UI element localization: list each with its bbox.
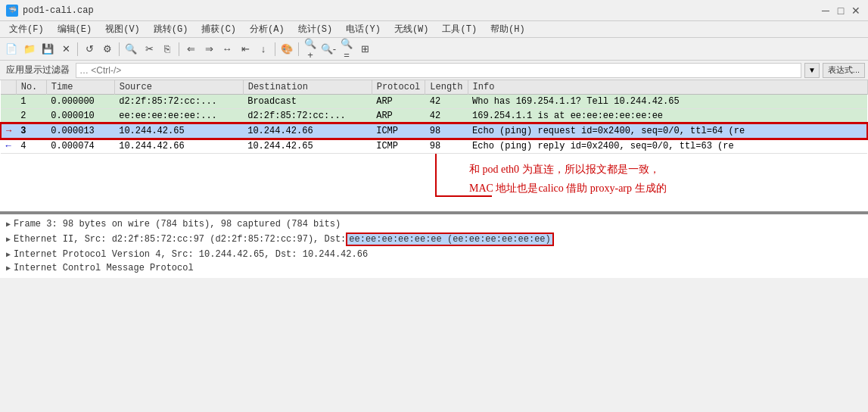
expand-icon-icmp[interactable]: ▶ xyxy=(6,264,11,273)
toolbar-scroll-btn[interactable]: 🔍 xyxy=(123,41,139,58)
toolbar-zoom-out-btn[interactable]: 🔍- xyxy=(320,41,337,58)
expression-button[interactable]: 表达式... xyxy=(823,63,865,78)
toolbar-sep5 xyxy=(298,42,299,56)
toolbar-colorize-btn[interactable]: 🎨 xyxy=(278,41,295,58)
col-info: Info xyxy=(468,80,867,95)
table-row[interactable]: ← 4 0.000074 10.244.42.66 10.244.42.65 I… xyxy=(1,139,867,154)
menu-goto[interactable]: 跳转(G) xyxy=(148,21,194,37)
table-row[interactable]: 2 0.000010 ee:ee:ee:ee:ee:... d2:2f:85:7… xyxy=(1,109,867,124)
row-source: 10.244.42.65 xyxy=(114,123,243,139)
toolbar-reload-btn[interactable]: ↺ xyxy=(81,41,98,58)
row-time: 0.000010 xyxy=(46,109,114,124)
detail-row-ethernet[interactable]: ▶ Ethernet II, Src: d2:2f:85:72:cc:97 (d… xyxy=(6,231,862,248)
toolbar-open-btn[interactable]: 📁 xyxy=(21,41,38,58)
menu-help[interactable]: 帮助(H) xyxy=(484,21,531,37)
toolbar-close-btn[interactable]: ✕ xyxy=(58,41,74,58)
row-time: 0.000074 xyxy=(46,139,114,154)
filter-arrow-button[interactable]: ▼ xyxy=(804,63,820,78)
table-row[interactable]: 1 0.000000 d2:2f:85:72:cc:... Broadcast … xyxy=(1,95,867,109)
toolbar-sep3 xyxy=(179,42,179,56)
menu-view[interactable]: 视图(V) xyxy=(99,21,146,37)
toolbar-copy-btn[interactable]: ⎘ xyxy=(159,41,176,58)
col-time: Time xyxy=(46,80,114,95)
filter-input[interactable] xyxy=(76,63,801,78)
detail-row-icmp[interactable]: ▶ Internet Control Message Protocol xyxy=(6,261,862,275)
col-no: No. xyxy=(16,80,46,95)
row-time: 0.000000 xyxy=(46,95,114,109)
red-line-vertical xyxy=(435,154,437,195)
toolbar-capture-opts-btn[interactable]: ⚙ xyxy=(99,41,116,58)
toolbar-zoom-norm-btn[interactable]: 🔍= xyxy=(338,41,355,58)
minimize-button[interactable]: ─ xyxy=(820,5,832,17)
app-icon: 🦈 xyxy=(6,5,18,17)
detail-icmp-text: Internet Control Message Protocol xyxy=(14,263,194,273)
row-source: ee:ee:ee:ee:ee:... xyxy=(114,109,243,124)
detail-ethernet-text: Ethernet II, Src: d2:2f:85:72:cc:97 (d2:… xyxy=(14,234,346,245)
annotation-text: 和 pod eth0 为直连，所以报文都是一致， MAC 地址也是calico … xyxy=(469,160,667,198)
toolbar-back-btn[interactable]: ⇐ xyxy=(182,41,199,58)
detail-row-frame[interactable]: ▶ Frame 3: 98 bytes on wire (784 bits), … xyxy=(6,217,862,231)
toolbar-sep1 xyxy=(77,42,78,56)
filter-label: 应用显示过滤器 xyxy=(3,64,73,76)
expand-icon-ip[interactable]: ▶ xyxy=(6,250,11,259)
row-arrow xyxy=(1,95,16,109)
row-arrow: → xyxy=(1,123,16,139)
row-info: 169.254.1.1 is at ee:ee:ee:ee:ee:ee xyxy=(468,109,867,124)
toolbar-sep4 xyxy=(275,42,275,56)
toolbar-goto-btn[interactable]: ↔ xyxy=(219,41,235,58)
menu-tools[interactable]: 工具(T) xyxy=(436,21,483,37)
toolbar: 📄 📁 💾 ✕ ↺ ⚙ 🔍 ✂ ⎘ ⇐ ⇒ ↔ ⇤ ↓ 🎨 🔍+ 🔍- 🔍= ⊞ xyxy=(0,38,868,61)
expand-icon-ethernet[interactable]: ▶ xyxy=(6,235,11,244)
row-length: 98 xyxy=(425,123,468,139)
row-dest: 10.244.42.65 xyxy=(243,139,372,154)
expand-icon-frame[interactable]: ▶ xyxy=(6,220,11,229)
packet-list: No. Time Source Destination Protocol Len… xyxy=(0,80,868,213)
row-info: Echo (ping) request id=0x2400, seq=0/0, … xyxy=(468,123,867,139)
detail-row-ip[interactable]: ▶ Internet Protocol Version 4, Src: 10.2… xyxy=(6,248,862,261)
toolbar-first-btn[interactable]: ⇤ xyxy=(237,41,254,58)
row-length: 42 xyxy=(425,95,468,109)
row-no: 4 xyxy=(16,139,46,154)
toolbar-new-btn[interactable]: 📄 xyxy=(3,41,20,58)
table-row-selected[interactable]: → 3 0.000013 10.244.42.65 10.244.42.66 I… xyxy=(1,123,867,139)
toolbar-save-btn[interactable]: 💾 xyxy=(39,41,56,58)
row-protocol: ICMP xyxy=(372,139,425,154)
window-controls[interactable]: ─ □ ✕ xyxy=(820,5,862,17)
row-source: 10.244.42.66 xyxy=(114,139,243,154)
menu-wireless[interactable]: 无线(W) xyxy=(388,21,435,37)
toolbar-down-btn[interactable]: ↓ xyxy=(255,41,272,58)
menu-stats[interactable]: 统计(S) xyxy=(292,21,339,37)
toolbar-zoom-in-btn[interactable]: 🔍+ xyxy=(302,41,319,58)
title-bar: 🦈 pod1-cali.cap ─ □ ✕ xyxy=(0,0,868,21)
row-info: Who has 169.254.1.1? Tell 10.244.42.65 xyxy=(468,95,867,109)
title-bar-left: 🦈 pod1-cali.cap xyxy=(6,5,94,17)
row-dest: Broadcast xyxy=(243,95,372,109)
annotation-line1: 和 pod eth0 为直连，所以报文都是一致， xyxy=(469,160,667,179)
maximize-button[interactable]: □ xyxy=(835,5,847,17)
row-dest: d2:2f:85:72:cc:... xyxy=(243,109,372,124)
toolbar-fwd-btn[interactable]: ⇒ xyxy=(201,41,217,58)
row-protocol: ICMP xyxy=(372,123,425,139)
packet-table: No. Time Source Destination Protocol Len… xyxy=(0,80,868,154)
menu-bar: 文件(F) 编辑(E) 视图(V) 跳转(G) 捕获(C) 分析(A) 统计(S… xyxy=(0,21,868,38)
detail-frame-text: Frame 3: 98 bytes on wire (784 bits), 98… xyxy=(14,219,341,229)
detail-ip-text: Internet Protocol Version 4, Src: 10.244… xyxy=(14,249,368,260)
toolbar-resize-btn[interactable]: ⊞ xyxy=(356,41,373,58)
col-length: Length xyxy=(425,80,468,95)
annotation-area: 和 pod eth0 为直连，所以报文都是一致， MAC 地址也是calico … xyxy=(0,154,868,213)
toolbar-sep2 xyxy=(119,42,120,56)
row-dest: 10.244.42.66 xyxy=(243,123,372,139)
row-no: 2 xyxy=(16,109,46,124)
close-button[interactable]: ✕ xyxy=(850,5,862,17)
menu-file[interactable]: 文件(F) xyxy=(3,21,50,37)
filter-bar: 应用显示过滤器 ▼ 表达式... xyxy=(0,61,868,80)
row-time: 0.000013 xyxy=(46,123,114,139)
toolbar-cut-btn[interactable]: ✂ xyxy=(141,41,157,58)
row-info: Echo (ping) reply id=0x2400, seq=0/0, tt… xyxy=(468,139,867,154)
menu-analyze[interactable]: 分析(A) xyxy=(244,21,291,37)
row-length: 42 xyxy=(425,109,468,124)
row-protocol: ARP xyxy=(372,109,425,124)
menu-edit[interactable]: 编辑(E) xyxy=(51,21,98,37)
menu-phone[interactable]: 电话(Y) xyxy=(340,21,387,37)
menu-capture[interactable]: 捕获(C) xyxy=(195,21,242,37)
